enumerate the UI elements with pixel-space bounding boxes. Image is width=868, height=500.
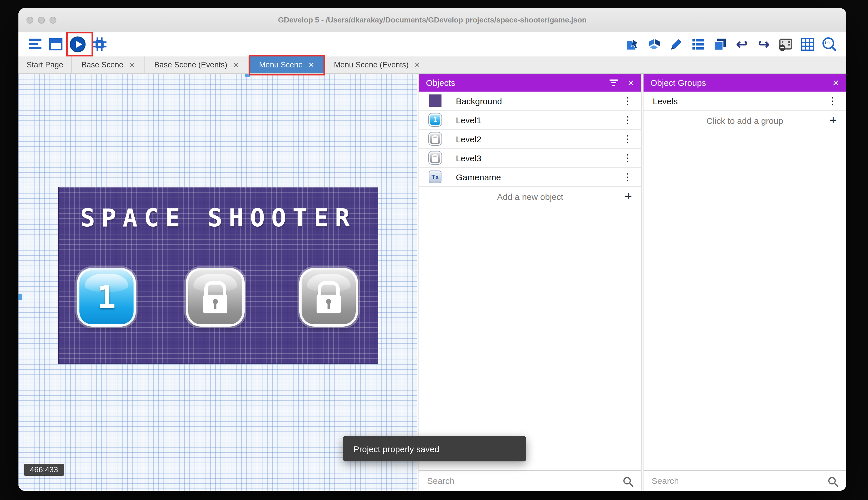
toolbar-left-group xyxy=(28,36,107,53)
titlebar: GDevelop 5 - /Users/dkarakay/Documents/G… xyxy=(19,8,846,32)
level3-object-icon xyxy=(428,151,442,165)
object-row-level3[interactable]: Level3 ⋮ xyxy=(419,149,641,168)
tab-base-scene[interactable]: Base Scene ✕ xyxy=(72,56,145,73)
desktop-background: GDevelop 5 - /Users/dkarakay/Documents/G… xyxy=(0,0,868,500)
groups-search-bar xyxy=(644,470,846,491)
redo-icon[interactable]: ↪ xyxy=(756,37,771,52)
objects-panel-header: Objects ✕ xyxy=(419,74,641,92)
level1-object-icon: 1 xyxy=(428,113,442,127)
object-menu-icon[interactable]: ⋮ xyxy=(623,95,632,107)
object-name: Gamename xyxy=(456,172,501,182)
object-row-level1[interactable]: 1 Level1 ⋮ xyxy=(419,111,641,129)
instance-level1-button[interactable]: 1 xyxy=(77,268,136,327)
group-name: Levels xyxy=(653,96,678,106)
objects-panel: Objects ✕ Background ⋮ 1 Lev xyxy=(419,74,641,491)
group-row-levels[interactable]: Levels ⋮ xyxy=(644,92,846,111)
objects-editor-icon[interactable] xyxy=(625,37,640,52)
object-menu-icon[interactable]: ⋮ xyxy=(623,171,632,183)
scene-canvas[interactable]: SPACE SHOOTER 1 466;433 xyxy=(19,74,417,491)
instance-level3-button[interactable] xyxy=(299,268,358,327)
close-panel-icon[interactable]: ✕ xyxy=(628,78,634,87)
add-object-label: Add a new object xyxy=(497,192,563,201)
lock-icon xyxy=(202,281,228,314)
tab-start-page[interactable]: Start Page xyxy=(19,56,72,73)
instance-level2-button[interactable] xyxy=(186,268,245,327)
text-object-icon: Tx xyxy=(428,170,442,184)
lock-icon xyxy=(315,281,342,314)
close-panel-icon[interactable]: ✕ xyxy=(833,78,839,87)
object-name: Background xyxy=(456,96,502,106)
background-object-icon xyxy=(428,94,442,108)
instances-list-icon[interactable] xyxy=(691,37,706,52)
render-preview-icon[interactable] xyxy=(778,37,793,52)
tab-menu-scene[interactable]: Menu Scene ✕ xyxy=(249,56,325,73)
canvas-scroll-marker-top[interactable] xyxy=(245,74,250,77)
close-tab-icon[interactable]: ✕ xyxy=(233,61,239,69)
toolbar: ↩ ↪ 1:1 xyxy=(19,32,846,56)
object-groups-panel-title: Object Groups xyxy=(650,78,706,88)
objects-panel-title: Objects xyxy=(426,78,455,88)
close-window-button[interactable] xyxy=(26,16,33,23)
save-toast: Project properly saved xyxy=(343,436,526,462)
objects-search-bar xyxy=(419,470,641,491)
panel-divider xyxy=(417,74,419,491)
gdevelop-window: GDevelop 5 - /Users/dkarakay/Documents/G… xyxy=(19,8,846,491)
plus-icon[interactable]: + xyxy=(830,115,837,126)
minimize-window-button[interactable] xyxy=(38,16,45,23)
content-area: SPACE SHOOTER 1 466;433 xyxy=(19,74,846,491)
project-manager-icon[interactable] xyxy=(28,37,43,52)
mini-lock-icon xyxy=(432,154,438,162)
add-object-button[interactable]: Add a new object + xyxy=(419,186,641,206)
preview-play-icon[interactable] xyxy=(69,36,86,53)
debug-icon[interactable] xyxy=(92,37,107,52)
close-tab-icon[interactable]: ✕ xyxy=(129,61,135,69)
undo-icon[interactable]: ↩ xyxy=(735,37,749,52)
object-name: Level2 xyxy=(456,134,481,144)
mini-lock-icon xyxy=(432,135,438,143)
traffic-lights xyxy=(26,8,56,32)
search-icon[interactable] xyxy=(623,477,631,485)
zoom-ratio-icon[interactable]: 1:1 xyxy=(822,37,837,52)
zoom-ratio-label: 1:1 xyxy=(824,41,830,45)
tab-base-scene-events[interactable]: Base Scene (Events) ✕ xyxy=(145,56,249,73)
toast-message: Project properly saved xyxy=(353,444,439,454)
export-project-icon[interactable] xyxy=(48,37,63,52)
cursor-coordinates: 466;433 xyxy=(24,464,64,476)
object-row-background[interactable]: Background ⋮ xyxy=(419,92,641,111)
object-menu-icon[interactable]: ⋮ xyxy=(623,114,632,126)
properties-pencil-icon[interactable] xyxy=(669,37,684,52)
tab-bar: Start Page Base Scene ✕ Base Scene (Even… xyxy=(19,56,846,74)
grid-icon[interactable] xyxy=(800,37,815,52)
object-groups-panel: Object Groups ✕ Levels ⋮ Click to add a … xyxy=(644,74,846,491)
instance-gamename-text[interactable]: SPACE SHOOTER xyxy=(59,203,378,232)
filter-icon[interactable] xyxy=(609,79,619,87)
instance-background[interactable]: SPACE SHOOTER 1 xyxy=(58,186,378,364)
object-row-gamename[interactable]: Tx Gamename ⋮ xyxy=(419,168,641,186)
object-menu-icon[interactable]: ⋮ xyxy=(623,133,632,145)
groups-search-input[interactable] xyxy=(652,476,822,486)
object-groups-panel-header: Object Groups ✕ xyxy=(644,74,846,92)
add-group-label: Click to add a group xyxy=(706,115,783,125)
object-menu-icon[interactable]: ⋮ xyxy=(623,152,632,164)
level2-object-icon xyxy=(428,132,442,146)
object-name: Level3 xyxy=(456,153,481,163)
close-tab-icon[interactable]: ✕ xyxy=(414,61,420,69)
window-title: GDevelop 5 - /Users/dkarakay/Documents/G… xyxy=(278,15,587,24)
object-row-level2[interactable]: Level2 ⋮ xyxy=(419,129,641,149)
layers-editor-icon[interactable] xyxy=(713,37,728,52)
object-groups-editor-icon[interactable] xyxy=(647,37,662,52)
object-name: Level1 xyxy=(456,115,481,125)
close-tab-icon[interactable]: ✕ xyxy=(308,61,314,69)
panel-divider xyxy=(641,74,644,491)
toolbar-right-group: ↩ ↪ 1:1 xyxy=(625,37,837,52)
objects-search-input[interactable] xyxy=(427,476,618,486)
search-icon[interactable] xyxy=(828,477,836,485)
group-menu-icon[interactable]: ⋮ xyxy=(828,95,837,107)
maximize-window-button[interactable] xyxy=(49,16,56,23)
plus-icon[interactable]: + xyxy=(624,191,632,202)
add-group-button[interactable]: Click to add a group + xyxy=(644,111,846,130)
canvas-scroll-marker-left[interactable] xyxy=(19,294,22,300)
tab-menu-scene-events[interactable]: Menu Scene (Events) ✕ xyxy=(325,56,430,73)
